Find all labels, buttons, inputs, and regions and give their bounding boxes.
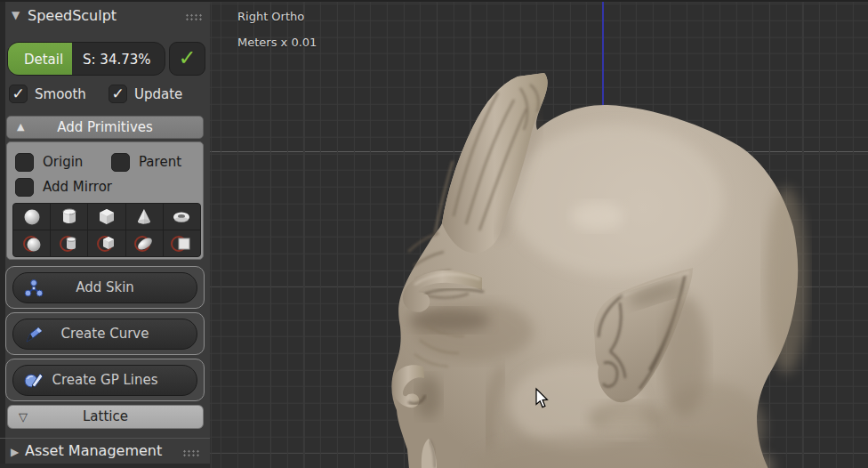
parent-checkbox[interactable] [111, 153, 130, 172]
apply-detail-button[interactable]: ✓ [169, 42, 205, 76]
asset-management-header[interactable]: ▶ Asset Management [0, 442, 210, 464]
collapsed-triangle-icon: ▶ [11, 446, 19, 458]
detail-slider-label: Detail [8, 43, 79, 76]
smooth-label: Smooth [35, 86, 86, 102]
update-label: Update [134, 86, 182, 102]
add-skin-group: Add Skin [5, 266, 205, 309]
mirror-ellipsoid-icon [133, 234, 155, 254]
expand-triangle-icon: ▲ [17, 117, 24, 138]
app-window: Right Ortho Meters x 0.01 [0, 0, 868, 468]
window-edge [0, 0, 5, 468]
sculpted-head-model [210, 0, 868, 468]
speedsculpt-panel: ▼ SpeedSculpt Detail S: 34.73% ✓ ✓ Smoot… [0, 0, 210, 468]
create-gp-lines-label: Create GP Lines [52, 372, 157, 388]
add-mirror-label: Add Mirror [43, 179, 112, 195]
drag-handle-icon[interactable] [185, 13, 204, 21]
primitive-grid [12, 203, 201, 257]
cube-icon [96, 207, 117, 227]
lattice-header[interactable]: ▽ Lattice [7, 405, 204, 429]
cylinder-icon [59, 207, 80, 227]
pen-curve-icon [23, 324, 44, 345]
primitive-mirror-sphere-button[interactable] [13, 230, 50, 256]
primitive-torus-button[interactable] [164, 204, 200, 230]
create-gp-lines-button[interactable]: Create GP Lines [12, 365, 197, 396]
mirror-plane-icon [171, 234, 192, 254]
origin-label: Origin [43, 154, 83, 170]
add-primitives-box: Origin Parent Add Mirror [6, 141, 204, 260]
origin-checkbox[interactable] [15, 153, 34, 172]
create-curve-label: Create Curve [61, 326, 149, 342]
panel-header[interactable]: ▼ SpeedSculpt [6, 5, 207, 28]
primitive-mirror-ellipsoid-button[interactable] [126, 230, 163, 256]
sphere-icon [21, 207, 43, 227]
create-gp-lines-group: Create GP Lines [5, 359, 205, 401]
primitive-cylinder-button[interactable] [51, 204, 87, 230]
smooth-update-row: ✓ Smooth ✓ Update [0, 85, 210, 106]
skin-modifier-icon [23, 278, 44, 299]
panel-title: SpeedSculpt [28, 7, 117, 24]
cone-icon [133, 207, 155, 227]
asset-management-title: Asset Management [25, 442, 162, 459]
drag-handle-icon[interactable] [182, 449, 201, 457]
lattice-triangle-icon: ▽ [19, 406, 28, 428]
primitive-cone-button[interactable] [126, 204, 163, 230]
add-skin-label: Add Skin [76, 279, 134, 295]
panel-separator [0, 438, 210, 439]
mirror-cylinder-icon [59, 234, 80, 254]
primitive-cube-button[interactable] [88, 204, 125, 230]
detail-slider-value: S: 34.73% [83, 43, 151, 76]
create-curve-group: Create Curve [5, 312, 205, 355]
primitive-mirror-cylinder-button[interactable] [51, 230, 87, 256]
add-primitives-header[interactable]: ▲ Add Primitives [6, 116, 204, 139]
lattice-label: Lattice [83, 408, 128, 424]
mirror-cube-icon [96, 234, 117, 254]
smooth-checkbox[interactable]: ✓ [9, 85, 28, 103]
add-mirror-checkbox[interactable] [15, 178, 34, 197]
collapse-triangle-icon[interactable]: ▼ [12, 9, 20, 21]
parent-label: Parent [139, 154, 181, 170]
add-skin-button[interactable]: Add Skin [12, 272, 197, 303]
detail-slider[interactable]: Detail S: 34.73% [7, 42, 165, 76]
panel-bottom-edge [0, 464, 210, 468]
update-checkbox[interactable]: ✓ [108, 85, 127, 103]
window-top-edge [0, 0, 868, 2]
3d-viewport[interactable]: Right Ortho Meters x 0.01 [210, 0, 868, 468]
mirror-sphere-icon [21, 234, 43, 254]
add-primitives-title: Add Primitives [57, 119, 153, 135]
primitive-mirror-plane-button[interactable] [164, 230, 200, 256]
primitive-mirror-cube-button[interactable] [88, 230, 125, 256]
primitive-sphere-button[interactable] [13, 204, 50, 230]
grease-pencil-icon [23, 370, 44, 391]
checkmark-icon: ✓ [178, 45, 196, 70]
create-curve-button[interactable]: Create Curve [12, 319, 197, 350]
torus-icon [171, 207, 192, 227]
